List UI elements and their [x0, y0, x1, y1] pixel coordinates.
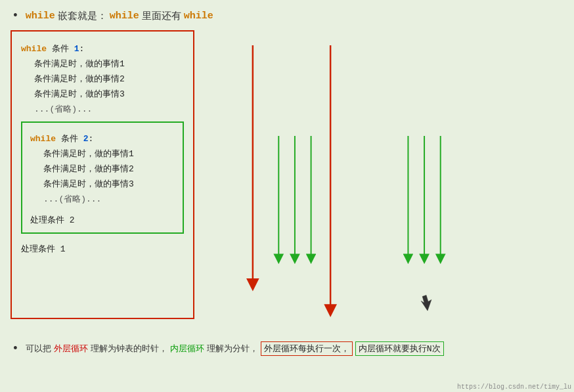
inner-handle: 处理条件 2 — [30, 214, 175, 226]
outer-header: while 条件 1: — [21, 43, 184, 54]
text-can: 可以把 — [26, 343, 51, 355]
highlight-inner: 内层循环就要执行N次 — [355, 341, 444, 356]
inner-line-2: 条件满足时，做的事情2 — [30, 163, 175, 175]
highlight-outer: 外层循环每执行一次， — [261, 341, 353, 356]
inner-line-1: 条件满足时，做的事情1 — [30, 148, 175, 160]
keyword-while-3: while — [184, 11, 213, 22]
text-nested: 嵌套就是： — [58, 10, 107, 22]
inner-header: while 条件 2: — [30, 133, 175, 144]
top-line: • while 嵌套就是： while 里面还有 while — [5, 5, 569, 26]
bullet-1: • — [12, 9, 19, 22]
text-clock: 理解为钟表的时针， — [91, 343, 167, 355]
outer-handle: 处理条件 1 — [21, 243, 184, 255]
watermark: https://blog.csdn.net/timy_lu — [457, 383, 571, 391]
inner-while-box: while 条件 2: 条件满足时，做的事情1 条件满足时，做的事情2 条件满足… — [21, 121, 184, 234]
arrows-area — [201, 30, 563, 332]
outer-ellipsis: ...(省略)... — [21, 103, 184, 115]
bullet-2: • — [12, 342, 19, 355]
outer-line-2: 条件满足时，做的事情2 — [21, 73, 184, 85]
bottom-line: • 可以把 外层循环 理解为钟表的时针， 内层循环 理解为分针， 外层循环每执行… — [5, 336, 569, 361]
text-inside: 里面还有 — [142, 10, 181, 22]
main-content: while 条件 1: 条件满足时，做的事情1 条件满足时，做的事情2 条件满足… — [5, 26, 569, 336]
inner-ellipsis: ...(省略)... — [30, 193, 175, 205]
arrows-svg — [201, 30, 563, 332]
svg-marker-8 — [421, 295, 431, 311]
outer-while-box: while 条件 1: 条件满足时，做的事情1 条件满足时，做的事情2 条件满足… — [11, 30, 194, 319]
text-minute: 理解为分针， — [207, 343, 258, 355]
outer-line-3: 条件满足时，做的事情3 — [21, 88, 184, 100]
keyword-while-1: while — [26, 11, 55, 22]
outer-line-1: 条件满足时，做的事情1 — [21, 58, 184, 70]
inner-line-3: 条件满足时，做的事情3 — [30, 178, 175, 190]
inner-loop-text: 内层循环 — [170, 343, 204, 355]
outer-loop-text: 外层循环 — [54, 343, 88, 355]
keyword-while-2: while — [110, 11, 139, 22]
